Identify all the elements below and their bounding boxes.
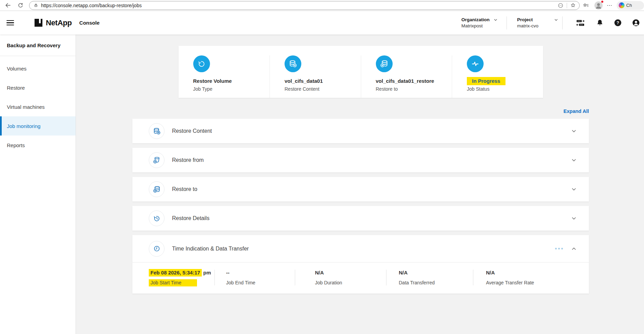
detail-value-text: N/A (399, 270, 408, 275)
summary-item: In Progress Job Status (452, 55, 543, 98)
sidebar-section-title: Backup and Recovery (0, 35, 76, 56)
lock-icon (34, 3, 38, 8)
accordion-section: Restore Details (132, 206, 589, 231)
url-text[interactable]: https://console.netapp.com/backup-restor… (41, 3, 142, 8)
volume-in-icon (149, 181, 165, 197)
chevron-down-icon[interactable] (554, 18, 558, 22)
section-title: Restore to (172, 186, 197, 192)
hamburger-menu-icon[interactable] (6, 18, 14, 27)
organization-value[interactable]: Matrixpost (461, 23, 498, 28)
sidebar-item-label: Restore (7, 85, 25, 91)
sidebar-item[interactable]: Restore (0, 78, 76, 97)
volume-out-icon (149, 123, 165, 139)
pulse-icon (467, 55, 484, 72)
browser-refresh-icon[interactable] (17, 2, 24, 9)
page-actions-icon[interactable] (557, 2, 564, 9)
chevron-down-icon[interactable] (571, 187, 577, 192)
account-icon[interactable] (632, 19, 640, 27)
browser-profile-avatar[interactable] (594, 1, 603, 10)
detail-label: Job End Time (226, 280, 295, 285)
sidebar-nav: Volumes Restore Virtual machines Job mon… (0, 56, 76, 155)
accordion-header[interactable]: Restore to (132, 177, 589, 202)
detail-value-suffix: pm (202, 270, 211, 275)
summary-label: Job Type (193, 86, 270, 92)
chevron-down-icon[interactable] (571, 157, 577, 163)
accordion-header[interactable]: Restore from (132, 148, 589, 172)
accordion-section: Restore to (132, 177, 589, 202)
accordion-section: Restore Content (132, 119, 589, 143)
browser-back-icon[interactable] (5, 2, 11, 9)
address-bar[interactable]: https://console.netapp.com/backup-restor… (29, 1, 580, 10)
accordion-header[interactable]: Restore Content (132, 119, 589, 143)
chevron-up-icon[interactable] (571, 246, 577, 252)
detail-label: Average Transfer Rate (486, 280, 589, 285)
volume-out-icon (285, 55, 301, 72)
favorites-bar-icon[interactable] (582, 2, 589, 9)
job-summary-card: Restore Volume Job Type vol_cifs_data01 … (179, 46, 543, 98)
detail-label-text: Job End Time (226, 280, 255, 285)
netapp-mark-icon (35, 19, 42, 27)
summary-value: In Progress (467, 77, 505, 85)
summary-label: Job Status (467, 86, 543, 92)
summary-label: Restore Content (285, 86, 361, 92)
summary-value: vol_cifs_data01 (285, 78, 323, 84)
header-divider (507, 16, 507, 29)
accordion-section-time: Time Indication & Data Transfer Feb 08 2… (132, 235, 589, 294)
more-options-icon[interactable] (555, 248, 563, 249)
notifications-bell-icon[interactable] (596, 19, 604, 27)
detail-value: N/A (486, 270, 589, 275)
chevron-down-icon[interactable] (571, 128, 577, 134)
detail-column: Feb 08 2026, 5:34:17 pm Job Start Time (132, 270, 214, 285)
app-title: Console (79, 20, 100, 26)
accordion-list: Restore Content Restore from (132, 119, 589, 294)
detail-value: -- (226, 270, 295, 275)
detail-column: N/A Data Transferred (386, 270, 473, 285)
sidebar-item-label: Volumes (7, 66, 27, 72)
chevron-down-icon[interactable] (494, 18, 498, 22)
project-value[interactable]: matrix-cvo (517, 23, 558, 28)
sidebar-item[interactable]: Virtual machines (0, 97, 76, 116)
detail-value: N/A (399, 270, 473, 275)
summary-label: Restore to (376, 86, 452, 92)
header-divider (562, 16, 563, 29)
restore-icon (193, 55, 210, 72)
copilot-button[interactable]: Ch (617, 1, 644, 10)
summary-item: Restore Volume Job Type (179, 55, 270, 98)
sidebar-item-label: Job monitoring (7, 123, 40, 129)
data-broker-icon[interactable] (576, 19, 585, 27)
detail-label: Job Duration (315, 280, 386, 285)
profile-notification-dot (601, 0, 604, 3)
detail-label-text: Data Transferred (399, 280, 435, 285)
detail-label-text: Average Transfer Rate (486, 280, 534, 285)
detail-value-text: N/A (315, 270, 324, 275)
project-selector[interactable]: Project matrix-cvo (517, 17, 558, 28)
accordion-header[interactable]: Restore Details (132, 206, 589, 231)
sidebar-item[interactable]: Reports (0, 136, 76, 155)
summary-item: vol_cifs_data01_restore Restore to (361, 55, 452, 98)
sidebar-item[interactable]: Job monitoring (0, 116, 76, 136)
clock-icon (149, 241, 165, 257)
app-header: NetApp Console Organization Matrixpost P… (0, 11, 644, 35)
copilot-label: Ch (626, 3, 632, 8)
help-icon[interactable]: ? (614, 19, 622, 27)
volume-in-icon (376, 55, 393, 72)
expand-all-link[interactable]: Expand All (564, 108, 589, 114)
detail-column: N/A Average Transfer Rate (473, 270, 589, 285)
section-title: Time Indication & Data Transfer (172, 246, 249, 252)
chevron-down-icon[interactable] (571, 216, 577, 221)
netapp-logo: NetApp (35, 18, 72, 27)
organization-selector[interactable]: Organization Matrixpost (461, 17, 498, 28)
address-bar-divider (567, 3, 567, 8)
brand-wordmark: NetApp (46, 18, 72, 27)
detail-column: N/A Job Duration (295, 270, 386, 285)
favorite-star-icon[interactable] (570, 2, 576, 8)
sidebar-item[interactable]: Volumes (0, 59, 76, 78)
bucket-icon (149, 152, 165, 168)
sidebar-item-label: Reports (7, 142, 25, 148)
project-label: Project (517, 17, 533, 22)
browser-chrome: https://console.netapp.com/backup-restor… (0, 0, 644, 11)
accordion-header[interactable]: Time Indication & Data Transfer (132, 235, 589, 262)
svg-text:?: ? (617, 21, 619, 25)
browser-menu-icon[interactable] (606, 2, 613, 9)
accordion-section: Restore from (132, 148, 589, 172)
